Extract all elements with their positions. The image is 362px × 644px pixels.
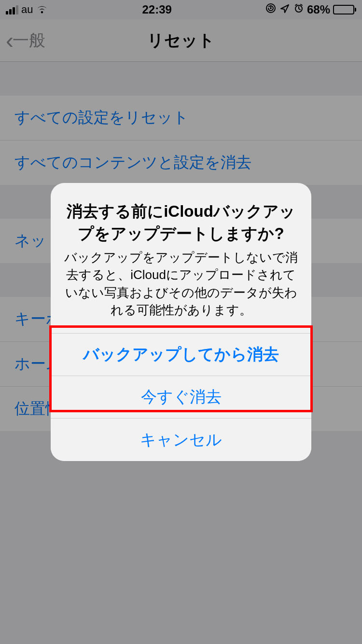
alert-title: 消去する前にiCloudバックアップをアップデートしますか?: [64, 200, 298, 245]
erase-now-button[interactable]: 今すぐ消去: [51, 376, 311, 419]
alert-dialog: 消去する前にiCloudバックアップをアップデートしますか? バックアップをアッ…: [51, 183, 311, 462]
alert-message: バックアップをアップデートしないで消去すると、iCloudにアップロードされてい…: [64, 249, 298, 319]
alert-body: 消去する前にiCloudバックアップをアップデートしますか? バックアップをアッ…: [51, 183, 311, 334]
backup-then-erase-button[interactable]: バックアップしてから消去: [51, 334, 311, 376]
alert-buttons: バックアップしてから消去 今すぐ消去 キャンセル: [51, 333, 311, 461]
cancel-button[interactable]: キャンセル: [51, 419, 311, 461]
modal-overlay: 消去する前にiCloudバックアップをアップデートしますか? バックアップをアッ…: [0, 0, 362, 644]
